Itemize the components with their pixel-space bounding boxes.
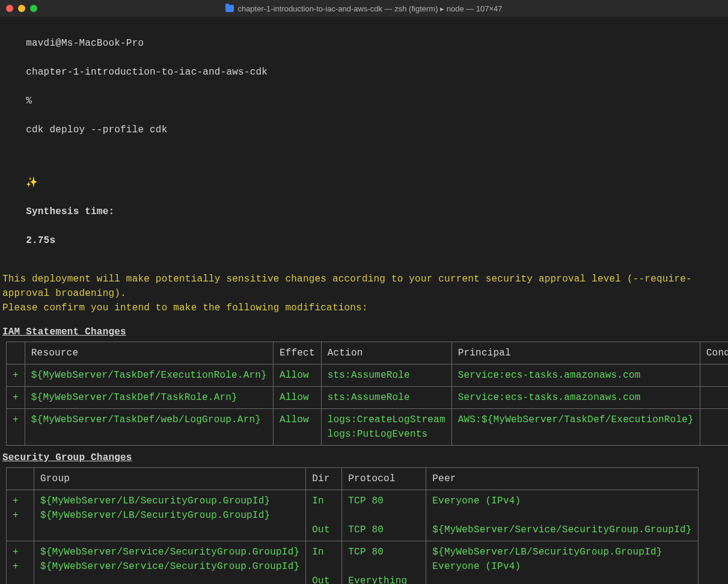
row-peer: Everyone (IPv4) ${MyWebServer/Service/Se… bbox=[426, 490, 698, 541]
synthesis-line: ✨ Synthesis time: 2.75s bbox=[2, 161, 726, 262]
row-action: sts:AssumeRole bbox=[321, 364, 451, 387]
sg-h0 bbox=[7, 468, 34, 490]
row-mark: + bbox=[7, 364, 25, 387]
minimize-icon[interactable] bbox=[18, 5, 25, 12]
row-condition bbox=[700, 387, 728, 409]
sg-h2: Dir bbox=[306, 468, 342, 490]
row-dir: In Out bbox=[306, 541, 342, 585]
row-group: ${MyWebServer/LB/SecurityGroup.GroupId} … bbox=[34, 490, 306, 541]
close-icon[interactable] bbox=[6, 5, 13, 12]
warning-line-1: This deployment will make potentially se… bbox=[2, 272, 726, 301]
folder-icon bbox=[225, 5, 234, 12]
row-mark: + + bbox=[7, 490, 34, 541]
zoom-icon[interactable] bbox=[30, 5, 37, 12]
table-row: + + ${MyWebServer/LB/SecurityGroup.Group… bbox=[7, 490, 699, 541]
iam-h1: Resource bbox=[25, 342, 273, 364]
sg-h3: Protocol bbox=[342, 468, 426, 490]
row-mark: + + bbox=[7, 541, 34, 585]
sg-heading: Security Group Changes bbox=[2, 450, 726, 465]
iam-h4: Principal bbox=[451, 342, 700, 364]
row-action: logs:CreateLogStream logs:PutLogEvents bbox=[321, 409, 451, 446]
prompt-cwd: chapter-1-introduction-to-iac-and-aws-cd… bbox=[26, 67, 268, 78]
iam-h0 bbox=[7, 342, 25, 364]
synthesis-label: Synthesis time: bbox=[26, 206, 114, 217]
row-effect: Allow bbox=[273, 409, 321, 446]
row-principal: AWS:${MyWebServer/TaskDef/ExecutionRole} bbox=[451, 409, 700, 446]
prompt-userhost: mavdi@Ms-MacBook-Pro bbox=[26, 38, 144, 49]
sg-h4: Peer bbox=[426, 468, 698, 490]
prompt-symbol: % bbox=[26, 96, 32, 106]
window-title: chapter-1-introduction-to-iac-and-aws-cd… bbox=[237, 4, 502, 13]
synthesis-value: 2.75s bbox=[26, 235, 55, 246]
warning-line-2: Please confirm you intend to make the fo… bbox=[2, 301, 726, 315]
command-text: cdk deploy --profile cdk bbox=[26, 124, 167, 135]
sg-header-row: Group Dir Protocol Peer bbox=[7, 468, 699, 490]
row-resource: ${MyWebServer/TaskDef/TaskRole.Arn} bbox=[25, 387, 273, 409]
row-condition bbox=[700, 364, 728, 387]
row-effect: Allow bbox=[273, 387, 321, 409]
table-row: + ${MyWebServer/TaskDef/web/LogGroup.Arn… bbox=[7, 409, 729, 446]
iam-table: Resource Effect Action Principal Conditi… bbox=[6, 342, 728, 446]
row-condition bbox=[700, 409, 728, 446]
iam-heading: IAM Statement Changes bbox=[2, 325, 726, 339]
sparkle-icon: ✨ bbox=[26, 177, 38, 188]
sg-table: Group Dir Protocol Peer + + ${MyWebServe… bbox=[6, 467, 699, 584]
iam-h2: Effect bbox=[273, 342, 321, 364]
window-title-wrap: chapter-1-introduction-to-iac-and-aws-cd… bbox=[0, 4, 728, 13]
table-row: + ${MyWebServer/TaskDef/ExecutionRole.Ar… bbox=[7, 364, 729, 387]
row-group: ${MyWebServer/Service/SecurityGroup.Grou… bbox=[34, 541, 306, 585]
row-resource: ${MyWebServer/TaskDef/ExecutionRole.Arn} bbox=[25, 364, 273, 387]
row-resource: ${MyWebServer/TaskDef/web/LogGroup.Arn} bbox=[25, 409, 273, 446]
sg-h1: Group bbox=[34, 468, 306, 490]
row-principal: Service:ecs-tasks.amazonaws.com bbox=[451, 364, 700, 387]
row-protocol: TCP 80 TCP 80 bbox=[342, 490, 426, 541]
iam-h5: Condition bbox=[700, 342, 728, 364]
row-principal: Service:ecs-tasks.amazonaws.com bbox=[451, 387, 700, 409]
window-controls bbox=[6, 5, 37, 12]
table-row: + + ${MyWebServer/Service/SecurityGroup.… bbox=[7, 541, 699, 585]
iam-header-row: Resource Effect Action Principal Conditi… bbox=[7, 342, 729, 364]
titlebar: chapter-1-introduction-to-iac-and-aws-cd… bbox=[0, 0, 728, 17]
row-peer: ${MyWebServer/LB/SecurityGroup.GroupId} … bbox=[426, 541, 698, 585]
row-mark: + bbox=[7, 387, 25, 409]
terminal-body[interactable]: mavdi@Ms-MacBook-Pro chapter-1-introduct… bbox=[0, 17, 728, 584]
iam-h3: Action bbox=[321, 342, 451, 364]
row-action: sts:AssumeRole bbox=[321, 387, 451, 409]
table-row: + ${MyWebServer/TaskDef/TaskRole.Arn} Al… bbox=[7, 387, 729, 409]
row-mark: + bbox=[7, 409, 25, 446]
row-protocol: TCP 80 Everything bbox=[342, 541, 426, 585]
prompt-line: mavdi@Ms-MacBook-Pro chapter-1-introduct… bbox=[2, 22, 726, 152]
row-dir: In Out bbox=[306, 490, 342, 541]
row-effect: Allow bbox=[273, 364, 321, 387]
